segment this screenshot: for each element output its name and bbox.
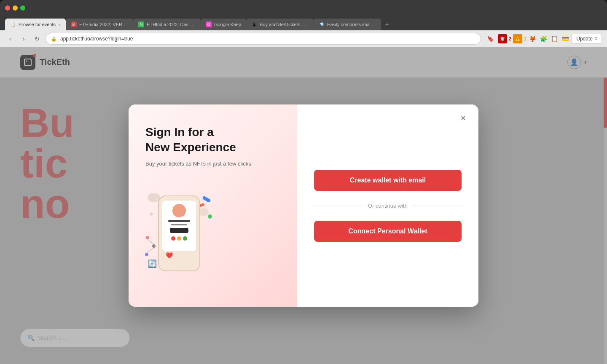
extensions-area: 🛡️ 2 ⚠️ 1 🦊 🧩 📋 💳 <box>498 34 570 43</box>
reload-button[interactable]: ↻ <box>32 34 42 44</box>
back-button[interactable]: ‹ <box>5 34 15 44</box>
browser-toolbar: ‹ › ↻ 🔒 app.ticketh.io/browse?login=true… <box>0 30 607 47</box>
forward-button[interactable]: › <box>19 34 29 44</box>
phone-screen <box>162 201 196 251</box>
tab-label-ethindia1: ETHIndia 2022: VERY IMPOR... <box>79 22 128 27</box>
update-chevron-icon: ≡ <box>594 36 597 42</box>
phone-line-2 <box>171 224 187 225</box>
tab-nft-tickets[interactable]: 📱 Buy and Sell tickets as NFTs... <box>246 19 314 30</box>
browser-actions: 🔖 🛡️ 2 ⚠️ 1 🦊 🧩 📋 💳 Update ≡ <box>484 33 602 45</box>
update-label: Update <box>576 36 593 42</box>
page-content: TickEth 👤 ▾ Bu tic no 🔍 Search e... <box>0 47 607 364</box>
svg-point-4 <box>145 253 148 256</box>
copy-icon[interactable]: 📋 <box>550 34 559 43</box>
wallet-ext-icon[interactable]: 💳 <box>561 34 570 43</box>
dot-decoration-2 <box>150 212 153 216</box>
tab-compress[interactable]: 💎 Easily compress images at o... <box>314 19 381 30</box>
bookmark-button[interactable]: 🔖 <box>484 33 496 45</box>
divider-line-left <box>314 206 363 206</box>
minimize-traffic-light[interactable] <box>13 5 18 11</box>
modal-subtitle: Buy your tickets as NFTs in just a few c… <box>145 161 251 167</box>
close-icon: × <box>461 113 466 123</box>
tab-favicon-ethindia2: N <box>138 21 144 27</box>
sign-in-modal: × Sign In for aNew Experience Buy your t… <box>129 104 478 307</box>
phone-line-1 <box>168 220 190 222</box>
divider-text: Or continue with <box>368 203 408 209</box>
address-bar[interactable]: 🔒 app.ticketh.io/browse?login=true <box>46 33 481 45</box>
spiral-decoration: 🔄 <box>148 259 158 269</box>
tab-label-compress: Easily compress images at o... <box>327 22 376 27</box>
svg-point-3 <box>152 244 156 248</box>
brave-shield-icon[interactable]: 🛡️ <box>498 34 507 43</box>
puzzle-icon[interactable]: 🧩 <box>539 34 548 43</box>
tab-label-nft: Buy and Sell tickets as NFTs... <box>260 22 309 27</box>
svg-point-2 <box>146 236 149 239</box>
modal-close-button[interactable]: × <box>457 111 470 125</box>
svg-line-6 <box>147 248 154 253</box>
capsule-decoration-1 <box>202 195 211 203</box>
modal-inner: Sign In for aNew Experience Buy your tic… <box>129 104 478 307</box>
phone-body <box>158 195 200 271</box>
divider-line-right <box>413 206 462 206</box>
tab-favicon-browse: 📋 <box>10 21 16 27</box>
traffic-lights <box>5 5 25 11</box>
phone-dot-green <box>183 236 187 241</box>
tab-favicon-compress: 💎 <box>319 21 325 27</box>
heart-decoration: ❤️ <box>166 252 173 259</box>
address-text: app.ticketh.io/browse?login=true <box>60 36 133 42</box>
modal-right-panel: Create wallet with email Or continue wit… <box>297 104 478 307</box>
title-bar <box>0 0 607 16</box>
tab-favicon-keep: G <box>206 21 212 27</box>
update-button[interactable]: Update ≡ <box>572 34 602 44</box>
maximize-traffic-light[interactable] <box>20 5 25 11</box>
warning-icon[interactable]: ⚠️ <box>513 34 522 43</box>
phone-line-3 <box>170 228 189 233</box>
svg-line-5 <box>148 239 154 244</box>
warning-badge: 1 <box>524 37 526 41</box>
browser-window: 📋 Browse for events × M ETHIndia 2022: V… <box>0 0 607 364</box>
tab-label-browse: Browse for events <box>19 22 56 27</box>
modal-left-panel: Sign In for aNew Experience Buy your tic… <box>129 104 297 307</box>
lock-icon: 🔒 <box>51 36 57 42</box>
shield-badge: 2 <box>509 37 511 41</box>
divider-row: Or continue with <box>314 203 462 209</box>
phone-avatar <box>172 204 186 217</box>
tab-browse-events[interactable]: 📋 Browse for events × <box>5 19 66 30</box>
tab-label-keep: Google Keep <box>214 22 241 27</box>
modal-overlay[interactable]: × Sign In for aNew Experience Buy your t… <box>0 47 607 364</box>
close-traffic-light[interactable] <box>5 5 10 11</box>
dot-decoration-1 <box>208 214 212 219</box>
phone-dots <box>166 236 193 241</box>
phone-dot-orange <box>177 236 181 241</box>
tab-label-ethindia2: ETHIndia 2022: Dashboard | D... <box>147 22 196 27</box>
phone-dot-red <box>171 236 175 241</box>
tab-favicon-ethindia1: M <box>71 21 77 27</box>
tab-google-keep[interactable]: G Google Keep <box>201 19 246 30</box>
tab-ethindia-1[interactable]: M ETHIndia 2022: VERY IMPOR... <box>66 19 133 30</box>
firefox-icon[interactable]: 🦊 <box>528 34 537 43</box>
tab-ethindia-2[interactable]: N ETHIndia 2022: Dashboard | D... <box>133 19 201 30</box>
modal-illustration: 🔄 ❤️ <box>145 180 213 286</box>
tab-close-browse[interactable]: × <box>58 22 61 27</box>
tab-favicon-nft: 📱 <box>251 21 257 27</box>
phone-illustration: 🔄 ❤️ <box>145 191 213 276</box>
connection-dots-svg <box>143 233 160 259</box>
connect-wallet-button[interactable]: Connect Personal Wallet <box>314 221 462 242</box>
create-wallet-button[interactable]: Create wallet with email <box>314 170 462 191</box>
modal-title: Sign In for aNew Experience <box>145 125 236 155</box>
tabs-bar: 📋 Browse for events × M ETHIndia 2022: V… <box>0 16 607 30</box>
new-tab-button[interactable]: + <box>381 19 393 30</box>
